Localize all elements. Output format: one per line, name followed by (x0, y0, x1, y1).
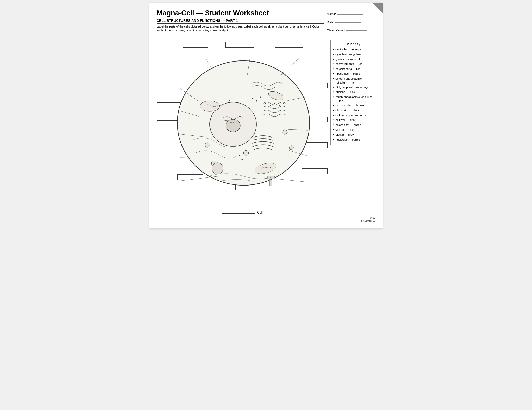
color-key-item: ribosomes — black (333, 72, 373, 76)
date-blank[interactable] (335, 22, 361, 23)
color-key-item: nucleolus — purple (333, 138, 373, 142)
svg-line-25 (206, 58, 212, 70)
cell-label: Cell (257, 211, 263, 214)
page-title: Magna-Cell — Student Worksheet (157, 9, 324, 17)
svg-point-24 (229, 100, 230, 102)
class-label: Class/Period: (327, 27, 345, 33)
svg-point-23 (242, 159, 243, 160)
title-area: Magna-Cell — Student Worksheet CELL STRU… (157, 9, 324, 33)
color-key-item: vacuole — blue (333, 128, 373, 132)
svg-point-2 (226, 119, 240, 132)
color-key-item: nucleus — pink (333, 90, 373, 94)
color-key-item: Golgi apparatus — orange (333, 85, 373, 90)
svg-point-18 (212, 163, 223, 174)
svg-point-11 (243, 150, 249, 155)
header-row: Magna-Cell — Student Worksheet CELL STRU… (157, 9, 375, 36)
cell-diagram-svg (167, 49, 320, 194)
svg-point-12 (283, 130, 287, 134)
diagram-wrapper (157, 40, 328, 206)
svg-point-10 (283, 103, 284, 104)
color-key-box: Color Key centrioles — orangecytoplasm —… (330, 40, 375, 145)
color-key-item: microfilaments — red (333, 62, 373, 66)
svg-line-36 (276, 179, 308, 182)
cell-diagram-area: Cell (157, 40, 328, 214)
svg-line-27 (281, 58, 299, 75)
name-line: Name: (327, 11, 372, 18)
color-key-item: mitochondria — red (333, 67, 373, 71)
cell-blank-line[interactable] (222, 213, 255, 214)
page-code-text: SK03958-00 (361, 219, 375, 222)
color-key-item: centrioles — orange (333, 47, 373, 52)
color-key-item: lysosomes — purple (333, 57, 373, 62)
svg-point-14 (205, 143, 209, 147)
color-key-item: rough endoplasmic reticulum — tan (333, 95, 373, 103)
main-content: Cell Color Key centrioles — orangecytopl… (157, 40, 375, 214)
color-key-item: chromatin — black (333, 108, 373, 113)
svg-point-8 (274, 103, 275, 104)
color-key-item: cell membrane — purple (333, 113, 373, 118)
color-key-title: Color Key (333, 42, 373, 46)
color-key-item: microtubules — brown (333, 104, 373, 108)
label-box-1[interactable] (183, 42, 208, 48)
svg-point-20 (256, 100, 257, 102)
name-label: Name: (327, 11, 336, 17)
date-label: Date: (327, 19, 334, 25)
worksheet-page: Magna-Cell — Student Worksheet CELL STRU… (149, 3, 383, 228)
svg-point-21 (260, 97, 261, 98)
corner-decoration (372, 3, 383, 13)
color-key-item: smooth endoplasmic reticulum — tan (333, 77, 373, 85)
label-box-2[interactable] (225, 42, 254, 48)
subtitle: CELL STRUCTURES AND FUNCTIONS — PART 1 (157, 19, 324, 23)
label-box-3[interactable] (275, 42, 303, 48)
color-key-item: plastid — gray (333, 133, 373, 137)
name-blank[interactable] (337, 14, 363, 15)
page-num-text: p.S1 (370, 216, 375, 219)
color-key-item: cell wall — gray (333, 118, 373, 122)
info-box: Name: Date: Class/Period: (324, 9, 375, 36)
description: Label the parts of the cells pictured be… (157, 25, 324, 33)
svg-point-19 (252, 98, 253, 99)
svg-point-6 (265, 103, 266, 104)
color-key-item: chloroplast — green (333, 123, 373, 127)
svg-point-7 (270, 105, 271, 106)
page-number: p.S1 SK03958-00 (157, 216, 375, 222)
cell-line-footer: Cell (157, 211, 328, 214)
color-key-list: centrioles — orangecytoplasm — yellowlys… (333, 47, 373, 142)
class-line: Class/Period: (327, 27, 372, 34)
svg-rect-17 (269, 180, 272, 186)
svg-point-22 (239, 155, 240, 156)
svg-point-9 (279, 105, 280, 106)
svg-point-13 (289, 146, 293, 150)
right-panel: Color Key centrioles — orangecytoplasm —… (330, 40, 375, 214)
date-line: Date: (327, 19, 372, 26)
class-blank[interactable] (346, 30, 367, 31)
color-key-item: cytoplasm — yellow (333, 52, 373, 57)
